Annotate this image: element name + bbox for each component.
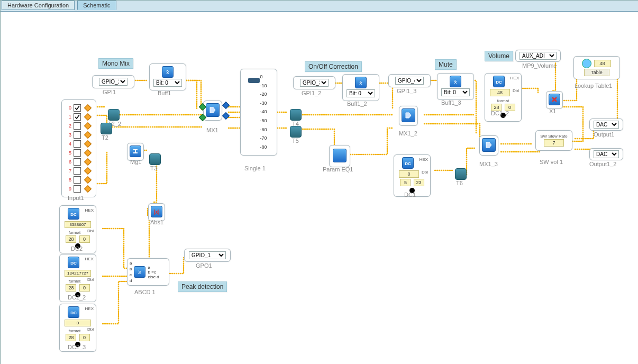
dc2-value[interactable]: 8388607 — [65, 221, 91, 228]
block-gpo1[interactable]: GPIO_1 — [184, 249, 231, 262]
node-t4[interactable] — [290, 109, 302, 121]
block-lookup-table1[interactable]: 48 Table — [573, 56, 620, 79]
block-abs1[interactable]: |x| — [148, 203, 165, 221]
dc2-2-fmt1[interactable]: 28 — [66, 284, 76, 292]
input-checkbox-7[interactable] — [74, 167, 81, 175]
dc2-2-value[interactable]: 134217727 — [65, 270, 91, 277]
block-buff1-3[interactable]: x̄ Bit: 0 — [437, 73, 474, 100]
block-gpi1-2[interactable]: GPIO_3 — [293, 76, 335, 89]
node-t6[interactable] — [455, 168, 467, 180]
dbl-label: Dbl — [87, 327, 94, 332]
info-icon — [582, 59, 591, 68]
input-port[interactable] — [84, 122, 92, 130]
input-checkbox-5[interactable] — [74, 149, 81, 157]
node-t2[interactable] — [101, 123, 112, 134]
input-row-6[interactable]: 6 — [65, 158, 93, 166]
tab-schematic[interactable]: Schematic — [77, 1, 116, 10]
input-checkbox-8[interactable] — [74, 176, 81, 184]
lookup-value[interactable]: 48 — [594, 60, 611, 67]
mp9-select[interactable]: AUX_ADI — [519, 52, 557, 60]
input-checkbox-4[interactable] — [74, 140, 81, 148]
output1-2-select[interactable]: DAC — [594, 150, 619, 158]
gpi1-select[interactable]: GPIO_2 — [99, 78, 127, 86]
gpi1-2-select[interactable]: GPIO_3 — [300, 79, 329, 87]
dc2-3-fmt2[interactable]: 0 — [79, 334, 90, 341]
output1-select[interactable]: DAC — [594, 121, 619, 129]
input-port[interactable] — [84, 140, 92, 148]
input-port[interactable] — [84, 167, 92, 175]
block-single1[interactable]: 0-10-20-30-40-50-60-70-80 — [240, 69, 277, 156]
buff1-bit-select[interactable]: Bit: 0 — [153, 79, 182, 87]
dc2-fmt2[interactable]: 0 — [79, 235, 90, 243]
svg-text:DC: DC — [405, 161, 411, 166]
input-row-7[interactable]: 7 — [65, 167, 93, 175]
svg-text:DC: DC — [70, 261, 77, 265]
input-row-8[interactable]: 8 — [65, 176, 93, 184]
slider-tick-label: -30 — [260, 99, 267, 108]
input-checkbox-3[interactable] — [74, 131, 81, 139]
lookup-table-button[interactable]: Table — [584, 69, 609, 76]
input-checkbox-6[interactable] — [74, 158, 81, 166]
dc2-2-fmt2[interactable]: 0 — [79, 284, 90, 292]
input-checkbox-0[interactable] — [74, 104, 81, 112]
input-port[interactable] — [84, 176, 92, 184]
input-row-5[interactable]: 5 — [65, 149, 93, 157]
label-gpi1: GPI1 — [103, 89, 116, 95]
block-gpi1-3[interactable]: GPIO_4 — [388, 74, 431, 87]
input-row-2[interactable]: 2 — [65, 122, 93, 130]
block-mx1-3[interactable] — [479, 135, 498, 156]
block-output1[interactable]: DAC — [589, 119, 623, 131]
dc1-value[interactable]: 0 — [399, 170, 419, 178]
input-port[interactable] — [84, 149, 92, 157]
tab-hardware-config[interactable]: Hardware Configuration — [2, 1, 75, 10]
input-index: 4 — [65, 141, 71, 147]
input-port[interactable] — [84, 185, 92, 193]
input-row-4[interactable]: 4 — [65, 140, 93, 148]
block-buff1-2[interactable]: x̄ Bit: 0 — [342, 74, 379, 101]
block-sw-vol-1[interactable]: SW Slew Rate 7 — [535, 130, 572, 151]
block-param-eq1[interactable] — [329, 145, 350, 167]
input-checkbox-2[interactable] — [74, 122, 81, 130]
format-label: format — [497, 98, 509, 103]
dc1-fmt1[interactable]: 5 — [400, 179, 411, 186]
block-output1-2[interactable]: DAC — [589, 148, 623, 160]
input-index: 9 — [65, 186, 71, 192]
slider-tick-label: -10 — [260, 81, 267, 90]
multiply-icon — [549, 94, 560, 105]
input-port[interactable] — [84, 104, 92, 112]
input-row-3[interactable]: 3 — [65, 131, 93, 139]
buff1-3-bit-select[interactable]: Bit: 0 — [441, 88, 470, 96]
input-row-0[interactable]: 0 — [65, 104, 93, 112]
dc1-2-value[interactable]: 48 — [490, 89, 510, 96]
input-row-9[interactable]: 9 — [65, 185, 93, 193]
block-mp9-volume[interactable]: AUX_ADI — [515, 50, 561, 62]
node-t2-2[interactable] — [108, 109, 120, 121]
block-mg1[interactable] — [127, 143, 144, 161]
dc2-3-value[interactable]: 0 — [65, 320, 91, 326]
node-t3[interactable] — [149, 153, 161, 165]
slider-knob[interactable] — [248, 78, 260, 83]
block-mx1-2[interactable] — [399, 106, 418, 126]
input-checkbox-1[interactable] — [74, 113, 81, 121]
input-row-1[interactable]: 1 — [65, 113, 93, 121]
block-gpi1[interactable]: GPIO_2 — [92, 75, 134, 88]
block-x1[interactable] — [546, 91, 563, 109]
node-t5[interactable] — [290, 126, 302, 138]
input-port[interactable] — [84, 113, 92, 121]
input-port[interactable] — [84, 131, 92, 139]
slider-track[interactable] — [250, 72, 258, 152]
buff1-2-bit-select[interactable]: Bit: 0 — [347, 89, 375, 97]
block-abcd1[interactable]: a b c d ≥ a b =c else d — [127, 258, 169, 286]
schematic-canvas[interactable]: Mono Mix On/Off Correction Mute Volume P… — [1, 12, 638, 364]
block-input1[interactable]: 0123456789 — [61, 99, 96, 197]
dc2-3-fmt1[interactable]: 28 — [66, 334, 76, 341]
dc1-fmt2[interactable]: 23 — [414, 179, 424, 186]
dc2-fmt1[interactable]: 28 — [66, 235, 76, 243]
block-dc1[interactable]: DC HEX 0 Dbl 5 23 — [394, 154, 431, 197]
input-checkbox-9[interactable] — [74, 185, 81, 193]
sw-vol-value[interactable]: 7 — [544, 139, 564, 147]
block-buff1[interactable]: x̄ Bit: 0 — [149, 63, 186, 90]
gpo1-select[interactable]: GPIO_1 — [189, 251, 226, 259]
gpi1-3-select[interactable]: GPIO_4 — [395, 77, 424, 85]
input-port[interactable] — [84, 158, 92, 166]
